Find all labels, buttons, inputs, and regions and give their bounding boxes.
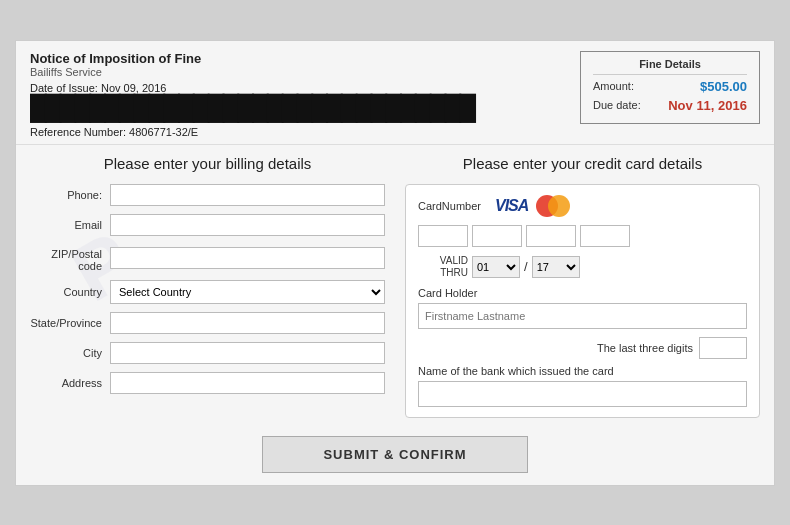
- fine-due-row: Due date: Nov 11, 2016: [593, 98, 747, 113]
- address-row: Address: [30, 372, 385, 394]
- city-row: City: [30, 342, 385, 364]
- fine-details-box: Fine Details Amount: $505.00 Due date: N…: [580, 51, 760, 124]
- country-label: Country: [30, 286, 110, 298]
- card-holder-input[interactable]: [418, 303, 747, 329]
- phone-label: Phone:: [30, 189, 110, 201]
- billing-title: Please enter your billing details: [30, 155, 385, 172]
- amount-label: Amount:: [593, 80, 634, 92]
- bailiffs-label: Bailiffs Service: [30, 66, 580, 78]
- mastercard-logo: [536, 195, 570, 217]
- country-row: Country Select Country United States Uni…: [30, 280, 385, 304]
- header: Notice of Imposition of Fine Bailiffs Se…: [16, 41, 774, 145]
- valid-label: VALIDTHRU: [418, 255, 468, 279]
- card-number-label: CardNumber: [418, 200, 481, 212]
- cc-panel: CardNumber VISA: [405, 184, 760, 418]
- cvv-label: The last three digits: [597, 342, 693, 354]
- bank-input[interactable]: [418, 381, 747, 407]
- submit-button[interactable]: SUBMIT & CONFIRM: [262, 436, 527, 473]
- due-value: Nov 11, 2016: [668, 98, 747, 113]
- card-holder-label: Card Holder: [418, 287, 747, 299]
- valid-row: VALIDTHRU 010203 040506 070809 101112 / …: [418, 255, 747, 279]
- header-left: Notice of Imposition of Fine Bailiffs Se…: [30, 51, 580, 138]
- bank-label: Name of the bank which issued the card: [418, 365, 747, 377]
- cc-panel-wrapper: Please enter your credit card details Ca…: [405, 155, 760, 418]
- ref-number: Reference Number: 4806771-32/E: [30, 126, 580, 138]
- cc-title: Please enter your credit card details: [405, 155, 760, 172]
- cc-segment-3[interactable]: [526, 225, 576, 247]
- city-input[interactable]: [110, 342, 385, 364]
- date-issue: Date of Issue: Nov 09, 2016: [30, 82, 580, 94]
- ref-label: Reference Number:: [30, 126, 126, 138]
- cvv-row: The last three digits: [418, 337, 747, 359]
- phone-input[interactable]: [110, 184, 385, 206]
- main-content: Please enter your billing details Phone:…: [16, 145, 774, 428]
- billing-panel: Please enter your billing details Phone:…: [30, 155, 385, 418]
- notice-title: Notice of Imposition of Fine: [30, 51, 580, 66]
- amount-value: $505.00: [700, 79, 747, 94]
- email-label: Email: [30, 219, 110, 231]
- date-value: Nov 09, 2016: [101, 82, 166, 94]
- address-input[interactable]: [110, 372, 385, 394]
- year-select[interactable]: 171819 202122: [532, 256, 580, 278]
- state-row: State/Province: [30, 312, 385, 334]
- zip-row: ZIP/Postal code: [30, 244, 385, 272]
- phone-row: Phone:: [30, 184, 385, 206]
- cc-header: CardNumber VISA: [418, 195, 747, 217]
- cc-segment-4[interactable]: [580, 225, 630, 247]
- cc-segment-1[interactable]: [418, 225, 468, 247]
- zip-label: ZIP/Postal code: [30, 244, 110, 272]
- barcode: ██████████████████████████████: [30, 96, 580, 124]
- state-input[interactable]: [110, 312, 385, 334]
- valid-separator: /: [524, 259, 528, 274]
- address-label: Address: [30, 377, 110, 389]
- fine-amount-row: Amount: $505.00: [593, 79, 747, 94]
- email-input[interactable]: [110, 214, 385, 236]
- fine-details-title: Fine Details: [593, 58, 747, 70]
- date-label: Date of Issue:: [30, 82, 98, 94]
- zip-input[interactable]: [110, 247, 385, 269]
- due-label: Due date:: [593, 99, 641, 111]
- email-row: Email: [30, 214, 385, 236]
- cc-segment-2[interactable]: [472, 225, 522, 247]
- footer: SUBMIT & CONFIRM: [16, 428, 774, 485]
- state-label: State/Province: [30, 317, 110, 329]
- city-label: City: [30, 347, 110, 359]
- visa-logo: VISA: [495, 197, 528, 215]
- month-select[interactable]: 010203 040506 070809 101112: [472, 256, 520, 278]
- ref-value: 4806771-32/E: [129, 126, 198, 138]
- country-select[interactable]: Select Country United States United King…: [110, 280, 385, 304]
- cc-number-row: [418, 225, 747, 247]
- cvv-input[interactable]: [699, 337, 747, 359]
